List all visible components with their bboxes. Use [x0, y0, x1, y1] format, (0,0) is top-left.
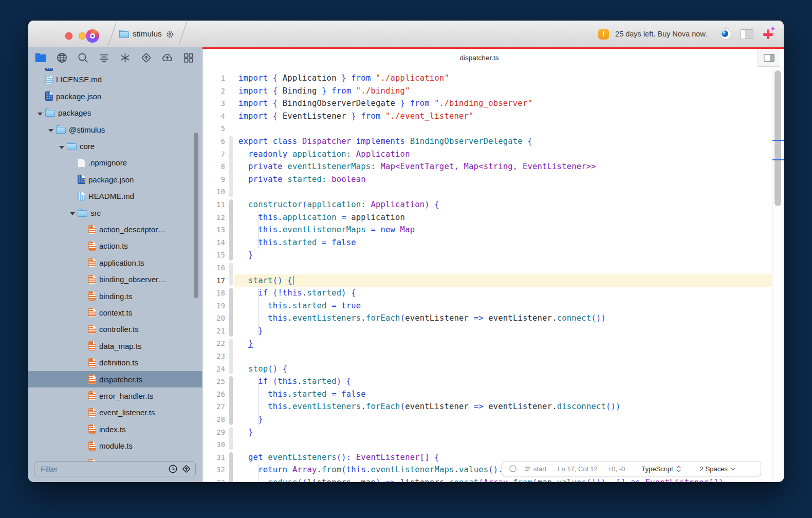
tree-item-index-ts[interactable]: index.ts: [28, 421, 202, 437]
code-line[interactable]: 19 this.started = true: [202, 300, 772, 312]
code-line[interactable]: 20 this.eventListeners.forEach(eventList…: [202, 312, 772, 325]
code-line[interactable]: 33 reduce((listeners, map) => listeners.…: [202, 476, 772, 482]
tree-item-context-ts[interactable]: context.ts: [28, 304, 202, 321]
code-line[interactable]: 8 private eventListenerMaps: Map<EventTa…: [202, 160, 772, 173]
code-text: export class Dispatcher implements Bindi…: [238, 137, 532, 146]
code-line[interactable]: 24 stop() {: [202, 363, 772, 376]
code-line[interactable]: 28 }: [202, 413, 772, 426]
indentation-selector[interactable]: 2 Spaces: [700, 465, 736, 473]
code-line[interactable]: 6export class Dispatcher implements Bind…: [202, 135, 772, 148]
disclosure-triangle-icon[interactable]: [34, 108, 45, 118]
code-line[interactable]: 9 private started: boolean: [202, 173, 772, 186]
tree-item-definition-ts[interactable]: definition.ts: [28, 354, 202, 371]
code-line[interactable]: 16: [202, 262, 772, 274]
search-icon[interactable]: [76, 51, 89, 64]
project-tab[interactable]: stimulus: [119, 21, 175, 47]
tree-item-application-ts[interactable]: application.ts: [28, 254, 202, 271]
code-line[interactable]: 7 readonly application: Application: [202, 148, 772, 161]
preview-eye-icon[interactable]: [720, 28, 731, 40]
minimize-button[interactable]: [79, 32, 86, 40]
source-control-filter-icon[interactable]: [181, 464, 191, 474]
publish-cloud-icon[interactable]: [161, 51, 174, 64]
code-line[interactable]: 4import { EventListener } from "./event_…: [202, 110, 772, 123]
tree-item-label: index.ts: [99, 425, 126, 434]
code-line[interactable]: 29 }: [202, 426, 772, 439]
code-text: reduce((listeners, map) => listeners.con…: [238, 478, 724, 482]
code-text: if (this.started) {: [238, 377, 351, 386]
code-line[interactable]: 14 this.started = false: [202, 236, 772, 249]
editor-scrollbar[interactable]: [772, 67, 784, 482]
code-text: get eventListeners(): EventListener[] {: [238, 453, 439, 462]
tree-item-data-map-ts[interactable]: data_map.ts: [28, 338, 202, 354]
code-line[interactable]: 12 this.application = application: [202, 211, 772, 224]
tree-item-readme-md[interactable]: README.md: [28, 188, 202, 205]
symbol-path[interactable]: start: [524, 465, 546, 473]
code-line[interactable]: 3import { BindingObserverDelegate } from…: [202, 97, 772, 110]
tree-item-package-json[interactable]: package.json: [28, 88, 202, 104]
code-line[interactable]: 5: [202, 122, 772, 135]
tree-item--stimulus[interactable]: @stimulus: [28, 121, 202, 138]
tree-item-controller-ts[interactable]: controller.ts: [28, 321, 202, 338]
code-line[interactable]: 10: [202, 186, 772, 198]
sidebar-scrollbar[interactable]: [194, 133, 198, 298]
language-selector[interactable]: TypeScript: [641, 465, 681, 473]
tree-item--npmignore[interactable]: .npmignore: [28, 155, 202, 171]
code-line[interactable]: 22 }: [202, 337, 772, 350]
code-line[interactable]: 27 this.eventListeners.forEach(eventList…: [202, 400, 772, 413]
source-control-icon[interactable]: [140, 51, 153, 64]
code-line[interactable]: 1import { Application } from "./applicat…: [202, 72, 772, 85]
tree-item-package-json[interactable]: package.json: [28, 171, 202, 188]
tree-item-dispatcher-ts[interactable]: dispatcher.ts: [28, 371, 202, 387]
code-line[interactable]: 2import { Binding } from "./binding": [202, 85, 772, 98]
snippets-asterisk-icon[interactable]: [119, 51, 132, 64]
code-line[interactable]: 25 if (this.started) {: [202, 375, 772, 388]
tree-item-action-descriptor-[interactable]: action_descriptor…: [28, 221, 202, 237]
cursor-position[interactable]: Ln 17, Col 12: [558, 465, 597, 473]
code-text: this.started = false: [238, 238, 356, 247]
tab-separator: [178, 22, 187, 46]
tree-item-module-ts[interactable]: module.ts: [28, 437, 202, 454]
code-line[interactable]: 23: [202, 350, 772, 363]
tree-item-binding-ts[interactable]: binding.ts: [28, 288, 202, 304]
tree-item-packages[interactable]: packages: [28, 105, 202, 121]
code-area[interactable]: 1import { Application } from "./applicat…: [202, 67, 772, 482]
code-line[interactable]: 30: [202, 438, 772, 451]
tree-item-event-listener-ts[interactable]: event_listener.ts: [28, 404, 202, 421]
recent-clock-icon[interactable]: [168, 464, 178, 474]
code-line[interactable]: 11 constructor(application: Application)…: [202, 198, 772, 211]
code-line[interactable]: 26 this.started = false: [202, 388, 772, 401]
filter-input[interactable]: [40, 464, 168, 474]
tree-item-label: context.ts: [99, 308, 132, 317]
files-icon[interactable]: [34, 51, 47, 64]
code-line[interactable]: 15 }: [202, 249, 772, 262]
code-line[interactable]: 21 }: [202, 325, 772, 338]
trial-notice[interactable]: 25 days left. Buy Nova now.: [615, 30, 707, 38]
updown-chevrons-icon: [676, 466, 681, 472]
split-editor-button[interactable]: [758, 49, 780, 67]
target-crosshair-icon[interactable]: [509, 465, 517, 473]
tree-item-src[interactable]: src: [28, 205, 202, 221]
md-file-icon: [78, 192, 85, 201]
remote-globe-icon[interactable]: [55, 51, 68, 64]
code-line[interactable]: 18 if (!this.started) {: [202, 287, 772, 300]
tree-item-binding-observer-[interactable]: binding_observer…: [28, 271, 202, 287]
code-line[interactable]: 17 start() {: [202, 274, 772, 287]
tree-item-error-handler-ts[interactable]: error_handler.ts: [28, 387, 202, 404]
tree-item-core[interactable]: core: [28, 138, 202, 154]
tree-item-label: LICENSE.md: [56, 75, 102, 84]
disclosure-triangle-icon[interactable]: [45, 125, 56, 134]
extensions-grid-icon[interactable]: [182, 51, 195, 64]
line-number: 26: [202, 388, 225, 401]
editor-scrollbar-thumb[interactable]: [774, 70, 781, 206]
tree-item-action-ts[interactable]: action.ts: [28, 238, 202, 254]
filter-field[interactable]: [34, 461, 196, 476]
new-item-plus-icon[interactable]: [762, 28, 774, 40]
code-line[interactable]: 13 this.eventListenerMaps = new Map: [202, 224, 772, 236]
close-button[interactable]: [65, 32, 72, 40]
symbols-icon[interactable]: [97, 51, 110, 64]
tree-item-license-md[interactable]: LICENSE.md: [28, 71, 202, 88]
gear-icon[interactable]: [165, 30, 175, 39]
split-window-icon[interactable]: [740, 29, 753, 39]
disclosure-triangle-icon[interactable]: [56, 142, 67, 151]
disclosure-triangle-icon[interactable]: [67, 208, 78, 217]
